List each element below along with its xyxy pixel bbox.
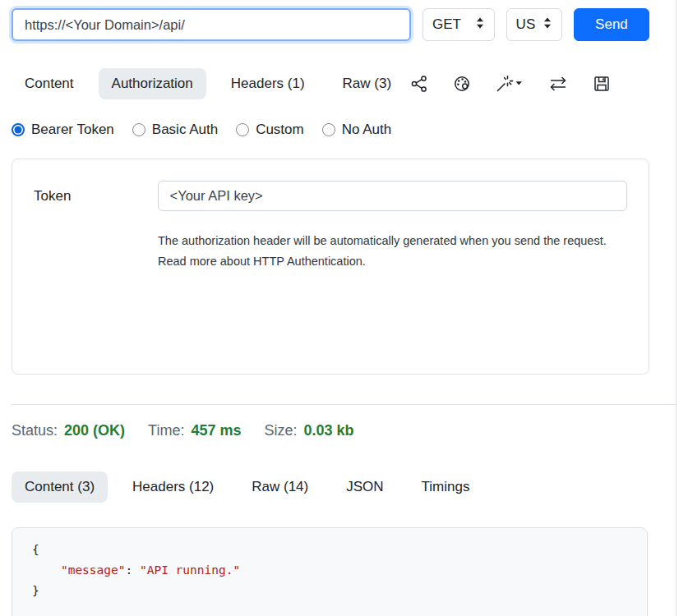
palette-icon[interactable]	[453, 75, 471, 93]
json-separator: :	[126, 563, 140, 577]
save-floppy-icon[interactable]	[593, 75, 611, 93]
region-select-value: US	[516, 16, 536, 33]
json-value: "API running."	[140, 563, 240, 577]
request-tabs: Content Authorization Headers (1) Raw (3…	[12, 68, 649, 99]
updown-arrows-icon	[475, 16, 485, 34]
json-close-brace: }	[32, 584, 39, 597]
resp-tab-content[interactable]: Content (3)	[12, 471, 108, 503]
radio-label: Basic Auth	[152, 122, 218, 138]
auth-card: Token The authorization header will be a…	[12, 159, 649, 375]
radio-circle	[236, 123, 249, 136]
time-value: 457 ms	[191, 422, 241, 439]
response-tabs: Content (3) Headers (12) Raw (14) JSON T…	[12, 471, 649, 503]
method-select[interactable]: GET	[422, 8, 495, 41]
tab-headers[interactable]: Headers (1)	[218, 68, 318, 99]
radio-bearer-token[interactable]: Bearer Token	[12, 122, 114, 138]
method-select-value: GET	[432, 16, 461, 33]
radio-custom[interactable]: Custom	[236, 122, 304, 138]
radio-label: Custom	[256, 122, 304, 138]
region-select[interactable]: US	[506, 8, 562, 41]
api-client-page: GET US Send	[0, 0, 688, 616]
send-button[interactable]: Send	[574, 8, 649, 41]
response-body: { "message": "API running." }	[12, 527, 648, 616]
status-value: 200 (OK)	[64, 422, 125, 439]
resp-tab-timings[interactable]: Timings	[409, 471, 483, 503]
resp-tab-headers[interactable]: Headers (12)	[119, 471, 227, 503]
url-input[interactable]	[12, 8, 411, 41]
token-label: Token	[34, 188, 158, 205]
size-value: 0.03 kb	[304, 422, 354, 439]
magic-wand-dropdown-icon[interactable]	[496, 75, 524, 93]
share-nodes-icon[interactable]	[410, 75, 428, 93]
radio-basic-auth[interactable]: Basic Auth	[132, 122, 218, 138]
response-summary: Status: 200 (OK) Time: 457 ms Size: 0.03…	[12, 422, 649, 439]
resp-tab-raw[interactable]: Raw (14)	[238, 471, 321, 503]
auth-type-options: Bearer Token Basic Auth Custom No Auth	[12, 122, 649, 138]
size-label: Size:	[264, 422, 297, 439]
section-divider	[12, 404, 676, 405]
tab-raw[interactable]: Raw (3)	[330, 68, 405, 99]
radio-label: No Auth	[342, 122, 392, 138]
updown-arrows-icon	[543, 16, 552, 34]
tab-content[interactable]: Content	[12, 68, 87, 99]
json-response-text: { "message": "API running." }	[32, 540, 627, 601]
radio-label: Bearer Token	[31, 122, 114, 138]
radio-circle	[322, 123, 335, 136]
resp-tab-json[interactable]: JSON	[333, 471, 396, 503]
time-label: Time:	[148, 422, 184, 439]
radio-circle	[132, 123, 145, 136]
token-input[interactable]	[158, 181, 627, 211]
radio-no-auth[interactable]: No Auth	[322, 122, 392, 138]
json-key: "message"	[61, 563, 126, 577]
request-bar: GET US Send	[12, 0, 649, 41]
page-right-divider	[676, 0, 676, 616]
json-open-brace: {	[32, 543, 39, 556]
swap-arrows-icon[interactable]	[548, 75, 568, 93]
radio-circle-checked	[12, 123, 25, 136]
tab-authorization[interactable]: Authorization	[99, 68, 206, 99]
request-toolbar	[410, 75, 649, 93]
auth-helper-text: The authorization header will be automat…	[158, 231, 627, 272]
status-label: Status:	[12, 422, 58, 439]
